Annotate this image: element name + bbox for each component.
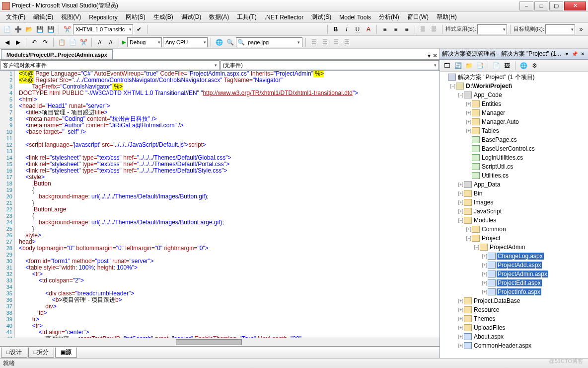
menu-help[interactable]: 帮助(H) xyxy=(433,12,461,22)
tb-btn-d[interactable]: ☰ xyxy=(342,37,352,47)
tab-dropdown-icon[interactable]: ▾ xyxy=(428,52,431,59)
menu-analyze[interactable]: 分析(N) xyxy=(375,12,403,22)
dropdown-icon[interactable]: ▾ xyxy=(563,51,570,58)
close-panel-icon[interactable]: ✕ xyxy=(579,51,586,58)
view-code-icon[interactable]: 📄 xyxy=(491,61,501,71)
tree-node[interactable]: [+]Project.DataBase xyxy=(440,296,588,305)
design-tab[interactable]: □ 设计 xyxy=(1,348,27,358)
menu-data[interactable]: 数据(A) xyxy=(205,12,233,22)
list-icon[interactable]: ☰ xyxy=(418,24,428,34)
menu-repository[interactable]: Repository xyxy=(85,13,121,22)
paste-icon[interactable]: 📋 xyxy=(57,37,67,47)
tree-node[interactable]: [−]App_Code xyxy=(440,91,588,99)
find-box[interactable]: 🔍 ▾ xyxy=(236,37,302,47)
code-content[interactable]: <%@ Page Language="C#" AutoEventWireup="… xyxy=(15,71,440,338)
events-combo[interactable]: (无事件) xyxy=(220,60,440,70)
menu-window[interactable]: 窗口(W) xyxy=(403,12,433,22)
horizontal-scrollbar[interactable] xyxy=(0,338,440,346)
tree-node[interactable]: BaseUserControl.cs xyxy=(440,144,588,153)
nav-back-icon[interactable]: ◀ xyxy=(2,37,12,47)
tree-node[interactable]: [−]D:\Work\Project\ xyxy=(440,82,588,91)
menu-modeltools[interactable]: Model Tools xyxy=(335,13,375,22)
menu-website[interactable]: 网站(S) xyxy=(122,12,149,22)
doc-tab-active[interactable]: Modules/Project/P...ProjectAdmin.aspx xyxy=(1,49,113,59)
menu-test[interactable]: 测试(S) xyxy=(307,12,335,22)
undo-icon[interactable]: ↶ xyxy=(29,37,39,47)
open-icon[interactable]: 📂 xyxy=(24,24,34,34)
tree-node[interactable]: [+]UploadFiles xyxy=(440,323,588,332)
tb-btn-c[interactable]: ☰ xyxy=(331,37,341,47)
numlist-icon[interactable]: ☰ xyxy=(429,24,439,34)
redo-icon[interactable]: ↷ xyxy=(40,37,50,47)
tree-node[interactable]: [+]ProjectEdit.aspx xyxy=(440,278,588,287)
align-center-icon[interactable]: ≡ xyxy=(391,24,401,34)
tree-node[interactable]: [+]Resource xyxy=(440,305,588,314)
overflow-icon[interactable]: » xyxy=(576,24,586,34)
find-icon[interactable]: 🔍 xyxy=(225,37,235,47)
refresh-icon[interactable]: 🔄 xyxy=(453,61,463,71)
showall-icon[interactable]: 📁 xyxy=(464,61,474,71)
tree-node[interactable]: 解决方案 "Project" (1 个项目) xyxy=(440,73,588,82)
nest-icon[interactable]: 📑 xyxy=(475,61,485,71)
find-input[interactable] xyxy=(246,38,295,47)
config-combo[interactable]: Debug xyxy=(127,37,162,47)
tree-node[interactable]: [+]JavaScript xyxy=(440,207,588,216)
cut-icon[interactable]: ✂️ xyxy=(62,24,72,34)
properties-icon[interactable]: 🗔 xyxy=(442,61,452,71)
tree-node[interactable]: [+]Entities xyxy=(440,99,588,108)
tree-node[interactable]: [+]Tables xyxy=(440,126,588,135)
saveall-icon[interactable]: 💾 xyxy=(46,24,56,34)
tree-node[interactable]: [+]Bin xyxy=(440,189,588,198)
solution-tree[interactable]: 解决方案 "Project" (1 个项目)[−]D:\Work\Project… xyxy=(440,72,588,358)
menu-view[interactable]: 视图(V) xyxy=(57,12,85,22)
close-button[interactable]: ✕ xyxy=(564,1,586,10)
menu-edit[interactable]: 编辑(E) xyxy=(29,12,57,22)
tree-node[interactable]: [−]ProjectAdmin xyxy=(440,243,588,252)
config-icon[interactable]: ⚙ xyxy=(529,61,539,71)
style-apply-combo[interactable] xyxy=(477,24,507,34)
menu-debug[interactable]: 调试(D) xyxy=(177,12,206,22)
align-right-icon[interactable]: ≡ xyxy=(402,24,412,34)
menu-file[interactable]: 文件(F) xyxy=(2,12,29,22)
target-rule-combo[interactable] xyxy=(545,24,575,34)
tree-node[interactable]: [+]ChangeLog.aspx xyxy=(440,252,588,261)
save-icon[interactable]: 💾 xyxy=(35,24,45,34)
tree-node[interactable]: [+]Themes xyxy=(440,314,588,323)
tree-node[interactable]: ScriptUtil.cs xyxy=(440,162,588,171)
fontcolor-icon[interactable]: A xyxy=(364,24,373,34)
validate-icon[interactable]: ✔ xyxy=(134,24,144,34)
split-tab[interactable]: □ 拆分 xyxy=(28,348,55,358)
tree-node[interactable]: [+]About.aspx xyxy=(440,332,588,341)
comment-icon[interactable]: // xyxy=(95,37,105,47)
italic-icon[interactable]: I xyxy=(342,24,352,34)
menu-reflector[interactable]: .NET Reflector xyxy=(261,13,307,22)
bold-icon[interactable]: B xyxy=(331,24,341,34)
underline-icon[interactable]: U xyxy=(353,24,363,34)
tree-node[interactable]: [−]Project xyxy=(440,234,588,243)
minimize-button[interactable]: − xyxy=(519,1,533,10)
tree-node[interactable]: [+]Images xyxy=(440,198,588,207)
menu-tools[interactable]: 工具(T) xyxy=(233,12,260,22)
new-icon[interactable]: 📄 xyxy=(2,24,12,34)
copy-web-icon[interactable]: 🌐 xyxy=(518,61,528,71)
tab-close-icon[interactable]: ✕ xyxy=(433,52,438,59)
browser-icon[interactable]: 🌐 xyxy=(214,37,224,47)
tree-node[interactable]: [+]ProjectAdmin.aspx xyxy=(440,270,588,278)
view-designer-icon[interactable]: 🖼 xyxy=(502,61,512,71)
tree-node[interactable]: [+]Common xyxy=(440,225,588,234)
tree-node[interactable]: [+]Manager.Auto xyxy=(440,117,588,126)
restore-button[interactable]: □ xyxy=(534,1,548,10)
tree-node[interactable]: LoginUtilities.cs xyxy=(440,153,588,162)
tree-node[interactable]: Utilities.cs xyxy=(440,171,588,180)
menu-build[interactable]: 生成(B) xyxy=(149,12,177,22)
tb-btn-b[interactable]: ☰ xyxy=(320,37,330,47)
tb-btn-a[interactable]: ☰ xyxy=(309,37,319,47)
maximize-button[interactable]: ▢ xyxy=(549,1,563,10)
add-icon[interactable]: ➕ xyxy=(13,24,23,34)
tree-node[interactable]: [+]ProjectInfo.aspx xyxy=(440,287,588,296)
code-editor[interactable]: 1234567891011121314151617181920212223242… xyxy=(0,71,440,338)
tree-node[interactable]: BasePage.cs xyxy=(440,135,588,144)
tree-node[interactable]: [+]CommonHeader.aspx xyxy=(440,341,588,350)
source-tab[interactable]: ▣ 源 xyxy=(55,348,77,358)
client-objects-combo[interactable]: 客户端对象和事件 xyxy=(0,60,220,70)
